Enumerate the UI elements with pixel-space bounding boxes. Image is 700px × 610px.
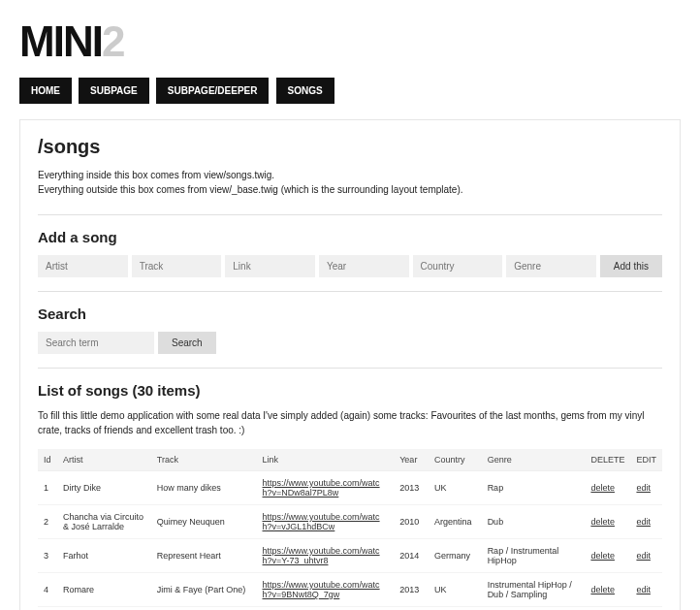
nav-songs[interactable]: SONGS — [276, 78, 334, 104]
logo: MINI2 — [19, 17, 681, 66]
desc-line1: Everything inside this box comes from vi… — [38, 168, 662, 182]
artist-input[interactable] — [38, 255, 128, 277]
cell-delete: delete — [585, 539, 630, 573]
cell-delete: delete — [585, 471, 630, 505]
main-nav: HOME SUBPAGE SUBPAGE/DEEPER SONGS — [19, 78, 681, 104]
th-year: Year — [394, 449, 429, 471]
cell-edit: edit — [630, 539, 662, 573]
logo-suffix: 2 — [102, 17, 123, 65]
table-row: 4RomareJimi & Faye (Part One)https://www… — [38, 573, 662, 607]
cell-genre: Rap — [482, 471, 586, 505]
list-description: To fill this little demo application wit… — [38, 408, 662, 437]
nav-home[interactable]: HOME — [19, 78, 72, 104]
page-description: Everything inside this box comes from vi… — [38, 168, 662, 197]
delete-link[interactable]: delete — [590, 585, 615, 594]
cell-id: 2 — [38, 505, 57, 539]
th-track: Track — [151, 449, 257, 471]
th-delete: DELETE — [585, 449, 630, 471]
list-heading: List of songs (30 items) — [38, 382, 662, 399]
cell-edit: edit — [630, 505, 662, 539]
cell-track: Jimi & Faye (Part One) — [151, 573, 257, 607]
song-link[interactable]: https://www.youtube.com/watch?v=9BNwt8Q_… — [263, 580, 380, 599]
edit-link[interactable]: edit — [636, 585, 651, 594]
cell-edit: edit — [630, 573, 662, 607]
cell-id: 1 — [38, 471, 57, 505]
cell-country: UK — [429, 573, 482, 607]
page-title: /songs — [38, 136, 662, 158]
cell-artist: Dirty Dike — [57, 471, 151, 505]
cell-edit: edit — [630, 607, 662, 611]
search-input[interactable] — [38, 332, 154, 354]
th-artist: Artist — [57, 449, 151, 471]
th-country: Country — [429, 449, 482, 471]
link-input[interactable] — [225, 255, 315, 277]
cell-track: How many dikes — [151, 471, 257, 505]
cell-delete: delete — [585, 573, 630, 607]
year-input[interactable] — [319, 255, 409, 277]
table-row: 3FarhotRepresent Hearthttps://www.youtub… — [38, 539, 662, 573]
search-form: Search — [38, 332, 662, 354]
genre-input[interactable] — [506, 255, 596, 277]
cell-delete: delete — [585, 505, 630, 539]
cell-artist: Gibmafuffi — [57, 607, 151, 611]
divider — [38, 214, 662, 215]
country-input[interactable] — [413, 255, 503, 277]
nav-subpage[interactable]: SUBPAGE — [79, 78, 149, 104]
delete-link[interactable]: delete — [590, 483, 615, 493]
edit-link[interactable]: edit — [636, 551, 651, 561]
cell-year: 2013 — [394, 573, 429, 607]
song-link[interactable]: https://www.youtube.com/watch?v=Y-73_uht… — [263, 546, 380, 565]
cell-artist: Chancha via Circuito & José Larralde — [57, 505, 151, 539]
desc-line2: Everything outside this box comes from v… — [38, 182, 662, 197]
search-button[interactable]: Search — [158, 332, 216, 354]
cell-track: Trinkhallenromantik (feat. Döll) — [151, 607, 257, 611]
cell-country: Germany — [429, 539, 482, 573]
table-row: 1Dirty DikeHow many dikeshttps://www.you… — [38, 471, 662, 505]
divider — [38, 368, 662, 369]
cell-link: https://www.youtube.com/watch?v=NDw8al7P… — [257, 471, 395, 505]
cell-link: https://www.youtube.com/watch?v=Y-73_uht… — [257, 539, 395, 573]
nav-subpage-deeper[interactable]: SUBPAGE/DEEPER — [156, 78, 270, 104]
table-header-row: Id Artist Track Link Year Country Genre … — [38, 449, 662, 471]
content-box: /songs Everything inside this box comes … — [19, 119, 681, 610]
song-link[interactable]: https://www.youtube.com/watch?v=NDw8al7P… — [263, 478, 380, 498]
table-row: 2Chancha via Circuito & José LarraldeQui… — [38, 505, 662, 539]
edit-link[interactable]: edit — [636, 483, 651, 493]
add-song-form: Add this — [38, 255, 662, 277]
song-link[interactable]: https://www.youtube.com/watch?v=vJGL1hdB… — [263, 512, 380, 531]
edit-link[interactable]: edit — [636, 517, 651, 527]
cell-genre: Rap — [482, 607, 586, 611]
add-song-heading: Add a song — [38, 229, 662, 245]
cell-country: UK — [429, 471, 482, 505]
cell-year: 2013 — [394, 471, 429, 505]
cell-link: https://www.youtube.com/watch?v=9BNwt8Q_… — [257, 573, 395, 607]
cell-country: Argentina — [429, 505, 482, 539]
cell-id: 4 — [38, 573, 57, 607]
cell-country: Germany — [429, 607, 482, 611]
th-edit: EDIT — [630, 449, 662, 471]
th-genre: Genre — [482, 449, 586, 471]
cell-delete: delete — [585, 607, 630, 611]
cell-genre: Instrumental HipHop / Dub / Sampling — [482, 573, 586, 607]
add-this-button[interactable]: Add this — [600, 255, 662, 277]
cell-artist: Farhot — [57, 539, 151, 573]
table-row: 5GibmafuffiTrinkhallenromantik (feat. Dö… — [38, 607, 662, 611]
cell-year: 2014 — [394, 607, 429, 611]
delete-link[interactable]: delete — [590, 517, 615, 527]
cell-id: 3 — [38, 539, 57, 573]
cell-track: Quimey Neuquen — [151, 505, 257, 539]
divider — [38, 291, 662, 292]
track-input[interactable] — [132, 255, 222, 277]
cell-year: 2010 — [394, 505, 429, 539]
cell-id: 5 — [38, 607, 57, 611]
cell-year: 2014 — [394, 539, 429, 573]
delete-link[interactable]: delete — [590, 551, 615, 561]
search-heading: Search — [38, 305, 662, 322]
cell-genre: Dub — [482, 505, 586, 539]
cell-artist: Romare — [57, 573, 151, 607]
cell-genre: Rap / Instrumental HipHop — [482, 539, 586, 573]
th-id: Id — [38, 449, 57, 471]
logo-main: MINI — [19, 17, 102, 65]
cell-edit: edit — [630, 471, 662, 505]
th-link: Link — [257, 449, 395, 471]
